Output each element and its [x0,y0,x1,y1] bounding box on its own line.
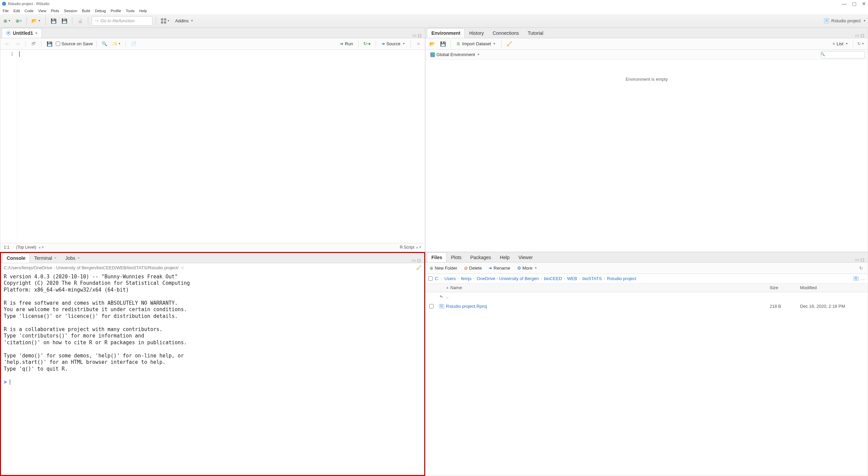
source-on-save-checkbox[interactable] [56,42,60,46]
menu-build[interactable]: Build [82,9,90,13]
tab-plots[interactable]: Plots [447,252,466,262]
breadcrumb-segment[interactable]: bioCEED [544,276,562,281]
minimize-pane-icon[interactable]: ▭ [855,33,859,38]
editor-body[interactable]: 1 [0,50,425,243]
close-icon[interactable]: × [54,256,56,260]
refresh-env-button[interactable]: ↻▼ [856,40,866,48]
goto-file-input[interactable]: ↪ Go to file/function [92,16,152,26]
tab-help[interactable]: Help [496,252,514,262]
load-workspace-button[interactable]: 📂 [428,40,436,48]
breadcrumb-segment[interactable]: Users [444,276,456,281]
import-dataset-button[interactable]: 🗎Import Dataset▼ [454,40,498,48]
select-all-checkbox[interactable] [428,276,433,281]
source-tab-untitled[interactable]: R Untitled1 × [2,28,42,38]
find-button[interactable]: 🔍 [100,40,109,48]
refresh-files-button[interactable]: ↻ [857,264,866,272]
maximize-pane-icon[interactable]: ◻ [417,258,421,263]
save-button[interactable]: 💾 [49,17,58,25]
minimize-pane-icon[interactable]: ▭ [412,258,416,263]
tab-terminal[interactable]: Terminal× [30,253,61,263]
tab-viewer[interactable]: Viewer [514,252,537,262]
col-size[interactable]: Size [770,285,800,290]
save-all-button[interactable]: 💾 [60,17,69,25]
print-button[interactable]: 🖨 [76,17,85,25]
env-scope-selector[interactable]: Global Environment▼ [428,50,482,59]
menu-edit[interactable]: Edit [14,9,20,13]
workspace-panes-button[interactable]: ▼ [160,17,171,25]
menu-tools[interactable]: Tools [126,9,135,13]
view-mode-button[interactable]: ≡List▼ [830,40,850,48]
minimize-button[interactable]: — [842,1,847,6]
open-file-button[interactable]: 📂▼ [30,17,42,25]
col-name[interactable]: Name [450,285,462,290]
source-on-save-toggle[interactable]: Source on Save [56,41,93,46]
minimize-pane-icon[interactable]: ▭ [855,257,859,262]
file-row-updir[interactable]: ⬑ .. [426,292,868,302]
project-picker[interactable]: R Rstudio project ▼ [824,18,866,23]
source-nav-back[interactable]: ⇦ [2,40,11,48]
menu-help[interactable]: Help [139,9,147,13]
new-folder-button[interactable]: ⊕New Folder [428,264,459,272]
new-file-button[interactable]: ⊕▼ [2,17,12,25]
save-source-button[interactable]: 💾 [45,40,54,48]
close-button[interactable]: ✕ [862,1,866,6]
language-selector[interactable]: R Script▲▼ [400,245,422,250]
outline-button[interactable]: ≡ [414,40,423,48]
maximize-pane-icon[interactable]: ◻ [861,33,864,38]
rename-button[interactable]: ➜Rename [486,264,512,272]
addins-button[interactable]: Addins▼ [173,17,195,25]
close-icon[interactable]: × [77,256,80,260]
maximize-button[interactable]: ▢ [852,1,857,6]
file-row-checkbox[interactable] [429,304,434,308]
breadcrumb-segment[interactable]: C: [435,276,439,281]
run-button[interactable]: ➔Run [338,40,355,48]
tab-connections[interactable]: Connections [488,28,523,38]
menu-session[interactable]: Session [64,9,77,13]
sort-asc-icon[interactable]: ▲ [446,286,449,289]
clear-workspace-button[interactable]: 🧹 [505,40,514,48]
menu-code[interactable]: Code [25,9,33,13]
rerun-button[interactable]: ↻➔ [362,40,372,48]
rproj-icon[interactable]: R [853,276,859,281]
scope-selector[interactable]: (Top Level)▲▼ [16,245,44,250]
minimize-pane-icon[interactable]: ▭ [412,33,416,38]
delete-button[interactable]: ⊘Delete [462,264,484,272]
close-icon[interactable]: × [35,31,38,35]
menu-view[interactable]: View [38,9,46,13]
tab-tutorial[interactable]: Tutorial [523,28,548,38]
breadcrumb-segment[interactable]: femjs [461,276,472,281]
breadcrumb-segment[interactable]: Rstudio project [607,276,636,281]
goto-dir-icon[interactable]: ➪ [181,265,185,270]
show-in-new-window[interactable]: 🗗 [29,40,38,48]
file-name[interactable]: Rstudio project.Rproj [446,304,770,309]
tab-environment[interactable]: Environment [427,28,465,38]
maximize-pane-icon[interactable]: ◻ [861,257,864,262]
breadcrumb-segment[interactable]: bioSTATS [582,276,602,281]
tab-history[interactable]: History [465,28,488,38]
env-search-input[interactable] [821,51,865,58]
breadcrumb-segment[interactable]: WEB [567,276,577,281]
console-output[interactable]: R version 4.0.3 (2020-10-10) -- "Bunny-W… [1,272,424,475]
clear-console-icon[interactable]: 🧹 [416,265,421,270]
save-workspace-button[interactable]: 💾 [438,40,447,48]
menu-profile[interactable]: Profile [111,9,121,13]
more-path-button[interactable]: … [861,276,865,281]
code-tools-button[interactable]: ✨▼ [111,40,122,48]
source-button[interactable]: ➔Source▼ [379,40,407,48]
editor-text[interactable] [17,50,425,243]
menu-file[interactable]: File [3,9,9,13]
compile-report-button[interactable]: 📄 [129,40,138,48]
tab-packages[interactable]: Packages [466,252,495,262]
menu-plots[interactable]: Plots [51,9,59,13]
new-project-button[interactable]: ⊕R [14,17,23,25]
file-row[interactable]: R Rstudio project.Rproj 218 B Dec 16, 20… [426,302,868,311]
breadcrumb-segment[interactable]: OneDrive - University of Bergen [477,276,539,281]
tab-jobs[interactable]: Jobs× [61,253,84,263]
col-modified[interactable]: Modified [800,285,868,290]
menu-debug[interactable]: Debug [95,9,106,13]
maximize-pane-icon[interactable]: ◻ [418,33,421,38]
tab-console[interactable]: Console [2,253,30,263]
source-nav-fwd[interactable]: ⇨ [13,40,22,48]
tab-files[interactable]: Files [427,252,447,262]
more-button[interactable]: ⚙More▼ [515,264,539,272]
